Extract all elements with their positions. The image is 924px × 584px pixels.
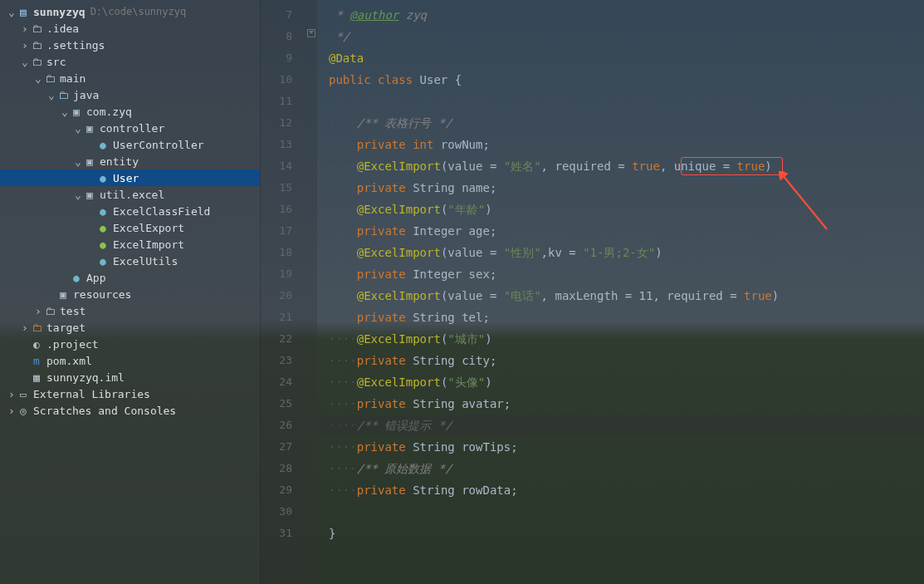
tree-expand-icon[interactable]: ›: [7, 388, 17, 400]
tree-expand-icon[interactable]: ›: [20, 22, 30, 35]
tree-item--project[interactable]: ◐.project: [0, 336, 260, 352]
code-line[interactable]: ····@ExcelImport("年龄"): [317, 199, 924, 220]
tree-item-test[interactable]: ›🗀test: [0, 302, 260, 319]
fold-marker-icon[interactable]: [307, 29, 315, 37]
line-number[interactable]: 8: [261, 26, 292, 47]
tree-item-scratches-and-consoles[interactable]: ›◎Scratches and Consoles: [0, 402, 260, 419]
line-number[interactable]: 12: [261, 112, 292, 134]
line-number[interactable]: 31: [261, 523, 292, 544]
line-number[interactable]: 27: [261, 436, 292, 458]
line-number[interactable]: 21: [261, 307, 292, 328]
tree-expand-icon[interactable]: ›: [7, 405, 17, 417]
line-number[interactable]: 9: [261, 47, 292, 69]
code-line[interactable]: ····private Integer sex;: [317, 263, 924, 285]
line-number[interactable]: 22: [261, 328, 292, 350]
tree-expand-icon[interactable]: ⌄: [7, 6, 17, 18]
code-line[interactable]: * @author zyq: [317, 4, 924, 26]
tree-item-util-excel[interactable]: ⌄▣util.excel: [0, 186, 260, 203]
line-number[interactable]: 17: [261, 220, 292, 242]
line-number[interactable]: 11: [261, 91, 292, 112]
tree-item-user[interactable]: ●User: [0, 169, 260, 186]
tree-item-sunnyzyq-iml[interactable]: ▦sunnyzyq.iml: [0, 369, 260, 385]
tree-item--idea[interactable]: ›🗀.idea: [0, 20, 260, 37]
code-line[interactable]: @Data: [317, 47, 924, 69]
tree-expand-icon[interactable]: ⌄: [73, 189, 83, 201]
tree-item-pom-xml[interactable]: mpom.xml: [0, 352, 260, 369]
tree-item-external-libraries[interactable]: ›▭External Libraries: [0, 385, 260, 402]
code-line[interactable]: ····@ExcelImport(value = "姓名", required …: [317, 155, 924, 177]
tree-item-main[interactable]: ⌄🗀main: [0, 70, 260, 86]
tree-item-sunnyzyq[interactable]: ⌄▤sunnyzyqD:\code\sunnyzyq: [0, 3, 260, 20]
tree-node-icon: ●: [96, 172, 110, 184]
tree-expand-icon[interactable]: ›: [20, 39, 30, 52]
tree-expand-icon[interactable]: ›: [33, 305, 43, 317]
code-line[interactable]: ····private Integer age;: [317, 220, 924, 242]
code-line[interactable]: ····/** 表格行号 */: [317, 112, 924, 134]
tree-item-entity[interactable]: ⌄▣entity: [0, 153, 260, 169]
tree-node-label: controller: [100, 122, 164, 135]
tree-item-java[interactable]: ⌄🗀java: [0, 86, 260, 103]
line-number[interactable]: 15: [261, 177, 292, 199]
tree-expand-icon[interactable]: ⌄: [46, 89, 56, 101]
tree-expand-icon[interactable]: ⌄: [20, 56, 30, 68]
line-number[interactable]: 14: [261, 155, 292, 177]
code-line[interactable]: ····private String name;: [317, 177, 924, 199]
tree-item-usercontroller[interactable]: ●UserController: [0, 136, 260, 153]
line-number[interactable]: 25: [261, 393, 292, 415]
line-number[interactable]: 13: [261, 134, 292, 155]
tree-node-label: Scratches and Consoles: [33, 405, 176, 417]
tree-node-label: External Libraries: [33, 388, 150, 400]
code-line[interactable]: [317, 501, 924, 523]
line-number[interactable]: 28: [261, 458, 292, 479]
code-line[interactable]: ····private int rowNum;: [317, 134, 924, 155]
code-line[interactable]: ····/** 错误提示 */: [317, 415, 924, 436]
code-line[interactable]: public class User {: [317, 69, 924, 91]
tree-node-icon: ●: [96, 139, 110, 151]
tree-item-resources[interactable]: ▣resources: [0, 286, 260, 302]
tree-item-excelclassfield[interactable]: ●ExcelClassField: [0, 203, 260, 219]
tree-expand-icon[interactable]: ›: [20, 321, 30, 334]
code-line[interactable]: */: [317, 26, 924, 47]
tree-expand-icon[interactable]: ⌄: [73, 122, 83, 135]
line-number[interactable]: 18: [261, 242, 292, 263]
code-line[interactable]: ····private String tel;: [317, 307, 924, 328]
tree-item--settings[interactable]: ›🗀.settings: [0, 37, 260, 53]
code-line[interactable]: ····private String city;: [317, 350, 924, 371]
tree-item-excelexport[interactable]: ●ExcelExport: [0, 219, 260, 236]
line-number[interactable]: 16: [261, 199, 292, 220]
line-number[interactable]: 24: [261, 371, 292, 393]
tree-item-excelimport[interactable]: ●ExcelImport: [0, 236, 260, 253]
code-line[interactable]: }: [317, 523, 924, 544]
line-number[interactable]: 19: [261, 263, 292, 285]
line-number[interactable]: 30: [261, 501, 292, 523]
tree-item-controller[interactable]: ⌄▣controller: [0, 120, 260, 136]
tree-item-app[interactable]: ●App: [0, 269, 260, 286]
tree-expand-icon[interactable]: ⌄: [33, 72, 43, 85]
tree-expand-icon[interactable]: ⌄: [60, 106, 70, 118]
line-number[interactable]: 20: [261, 285, 292, 307]
code-editor[interactable]: 7891011121314151617181920212223242526272…: [261, 0, 924, 584]
code-line[interactable]: ····private String avatar;: [317, 393, 924, 415]
project-tree[interactable]: ⌄▤sunnyzyqD:\code\sunnyzyq›🗀.idea›🗀.sett…: [0, 0, 261, 584]
code-line[interactable]: ····private String rowData;: [317, 479, 924, 501]
code-line[interactable]: [317, 91, 924, 112]
line-number[interactable]: 7: [261, 4, 292, 26]
code-line[interactable]: ····@ExcelImport("城市"): [317, 328, 924, 350]
tree-item-com-zyq[interactable]: ⌄▣com.zyq: [0, 103, 260, 120]
code-line[interactable]: ····private String rowTips;: [317, 436, 924, 458]
tree-node-label: sunnyzyq: [33, 6, 86, 18]
line-number[interactable]: 29: [261, 479, 292, 501]
tree-node-label: User: [113, 172, 139, 184]
tree-expand-icon[interactable]: ⌄: [73, 155, 83, 168]
line-number[interactable]: 26: [261, 415, 292, 436]
line-number[interactable]: 23: [261, 350, 292, 371]
tree-item-src[interactable]: ⌄🗀src: [0, 53, 260, 70]
line-number[interactable]: 10: [261, 69, 292, 91]
tree-item-excelutils[interactable]: ●ExcelUtils: [0, 253, 260, 269]
code-line[interactable]: ····@ExcelImport(value = "性别",kv = "1-男;…: [317, 242, 924, 263]
code-line[interactable]: ····@ExcelImport("头像"): [317, 371, 924, 393]
tree-item-target[interactable]: ›🗀target: [0, 319, 260, 336]
code-line[interactable]: ····/** 原始数据 */: [317, 458, 924, 479]
code-line[interactable]: ····@ExcelImport(value = "电话", maxLength…: [317, 285, 924, 307]
fold-column[interactable]: [306, 0, 317, 584]
